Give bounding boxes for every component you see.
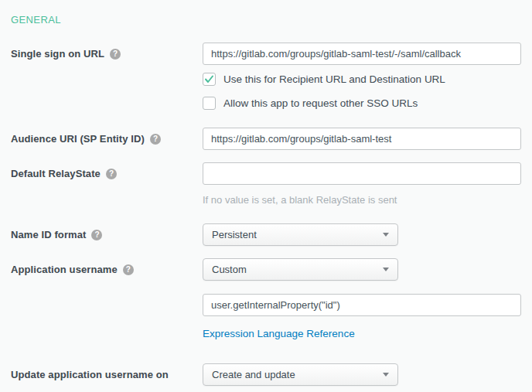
section-title: GENERAL: [11, 14, 521, 26]
field-row-name-id-format: Name ID format ? Persistent: [11, 223, 521, 246]
field-row-single-sign-on-url: Single sign on URL ? Use this for Recipi…: [11, 43, 521, 110]
name-id-format-select[interactable]: Persistent: [203, 223, 398, 246]
check-icon: [204, 74, 214, 84]
update-application-username-on-selected-value: Create and update: [212, 369, 295, 380]
custom-expression-input[interactable]: [203, 294, 521, 316]
default-relaystate-label: Default RelayState: [11, 168, 101, 179]
single-sign-on-url-input[interactable]: [203, 43, 521, 65]
expression-language-reference-link[interactable]: Expression Language Reference: [203, 328, 355, 339]
field-row-expression-link: Expression Language Reference: [11, 326, 521, 340]
help-icon[interactable]: ?: [106, 169, 117, 179]
name-id-format-label: Name ID format: [11, 229, 86, 240]
recipient-destination-checkbox[interactable]: [203, 73, 216, 86]
update-application-username-on-label: Update application username on: [11, 369, 169, 380]
update-application-username-on-select[interactable]: Create and update: [203, 363, 398, 386]
chevron-down-icon: [383, 268, 389, 271]
other-sso-urls-checkbox[interactable]: [203, 97, 216, 110]
other-sso-urls-checkbox-row[interactable]: Allow this app to request other SSO URLs: [203, 97, 521, 110]
default-relaystate-input[interactable]: [203, 162, 521, 185]
recipient-destination-checkbox-label: Use this for Recipient URL and Destinati…: [223, 73, 445, 85]
audience-uri-label: Audience URI (SP Entity ID): [11, 133, 145, 145]
help-icon[interactable]: ?: [110, 49, 121, 60]
field-row-update-application-username-on: Update application username on Create an…: [11, 363, 521, 386]
saml-settings-general-section: GENERAL Single sign on URL ? Use this fo…: [0, 0, 532, 386]
recipient-destination-checkbox-row[interactable]: Use this for Recipient URL and Destinati…: [203, 73, 521, 86]
application-username-select[interactable]: Custom: [203, 258, 398, 281]
single-sign-on-url-label: Single sign on URL: [11, 48, 104, 60]
relaystate-helper-text: If no value is set, a blank RelayState i…: [203, 194, 521, 206]
application-username-label: Application username: [11, 264, 118, 275]
field-row-default-relaystate: Default RelayState ? If no value is set,…: [11, 162, 521, 206]
chevron-down-icon: [383, 373, 389, 377]
chevron-down-icon: [383, 233, 389, 237]
name-id-format-selected-value: Persistent: [212, 229, 257, 240]
audience-uri-input[interactable]: [203, 128, 521, 150]
application-username-selected-value: Custom: [212, 264, 247, 275]
help-icon[interactable]: ?: [150, 134, 161, 145]
help-icon[interactable]: ?: [123, 264, 134, 275]
field-row-audience-uri: Audience URI (SP Entity ID) ?: [11, 128, 521, 150]
other-sso-urls-checkbox-label: Allow this app to request other SSO URLs: [223, 97, 418, 109]
help-icon[interactable]: ?: [91, 230, 102, 240]
field-row-custom-expression: [11, 294, 521, 316]
field-row-application-username: Application username ? Custom: [11, 258, 521, 281]
